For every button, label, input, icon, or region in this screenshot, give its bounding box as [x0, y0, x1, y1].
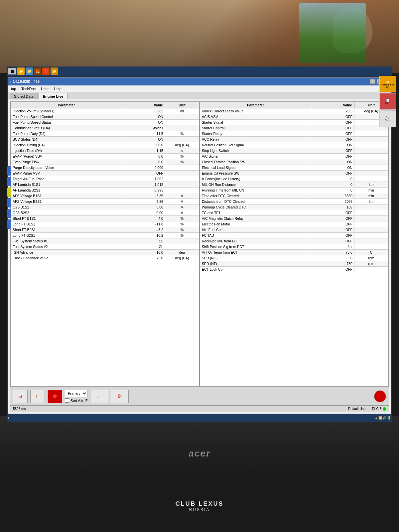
- right-unit-cell: [354, 227, 388, 233]
- toolbar-btn-3[interactable]: 🔴: [48, 390, 62, 403]
- left-value-cell: -3,2: [122, 227, 165, 233]
- left-side-buttons: [7, 166, 11, 229]
- club-lexus-text1: CLUB LEXUS: [175, 500, 223, 507]
- left-table-row: Fuel Pump/Speed Status ON: [11, 120, 199, 125]
- right-table-row: Engine Oil Pressure SW OFF: [200, 171, 388, 176]
- right-param-cell: Engine Oil Pressure SW: [200, 171, 311, 176]
- left-unit-cell: %: [165, 233, 199, 238]
- left-unit-cell: [165, 137, 199, 142]
- app-menubar: tup TechDoc User Help: [8, 85, 391, 92]
- right-value-cell: 75,0: [311, 250, 354, 255]
- right-param-cell: A/T Oil Temp from ECT: [200, 250, 311, 255]
- toolbar-btn-2[interactable]: 📋: [30, 390, 45, 403]
- left-param-cell: Knock Feedback Value: [11, 255, 122, 261]
- right-value-cell: 1st: [311, 244, 354, 250]
- right-param-cell: # Codes(Include History): [200, 176, 311, 182]
- left-param-cell: Fuel System Status #2: [11, 244, 122, 250]
- right-value-cell: ON: [311, 142, 354, 148]
- left-value-cell: 16,0: [122, 250, 165, 255]
- left-param-cell: AFS Voltage B1S1: [11, 193, 122, 199]
- taskbar-icon-5[interactable]: 📁: [51, 67, 58, 75]
- right-table-row: Distance from DTC Cleared 2026 km: [200, 199, 388, 204]
- right-table-row: ECT Lock Up OFF: [200, 267, 388, 272]
- right-icon-scan[interactable]: 🔍Scan: [379, 110, 396, 127]
- right-unit-cell: [354, 238, 388, 244]
- right-icon-folder[interactable]: 📁Новая папка (3): [379, 76, 396, 92]
- left-param-cell: EVAP (Purge) VSV: [11, 154, 122, 159]
- left-btn-1[interactable]: [7, 166, 11, 176]
- left-table-row: Fuel System Status #2 CL: [11, 244, 199, 250]
- right-value-cell: OFF: [311, 154, 354, 159]
- left-table-row: Target Air-Fuel Ratio 1,002: [11, 176, 199, 182]
- right-unit-cell: C: [354, 250, 388, 255]
- tab-stored-data[interactable]: Stored Data: [10, 93, 38, 99]
- right-unit-cell: [354, 210, 388, 216]
- right-table-row: A/C Signal OFF: [200, 154, 388, 159]
- left-value-cell: -4,0: [122, 216, 165, 221]
- left-table-row: Purge Density Learn Value 0,000: [11, 165, 199, 171]
- left-btn-3[interactable]: [7, 188, 11, 197]
- start-button[interactable]: ▦: [8, 68, 16, 74]
- left-table-row: AFS Voltage B1S1 3,35 V: [11, 193, 199, 199]
- menu-techdoc[interactable]: TechDoc: [20, 87, 37, 91]
- menu-help[interactable]: Help: [53, 87, 63, 91]
- left-btn-5[interactable]: [7, 209, 11, 218]
- left-table-row: SCV Status (D4) ON: [11, 137, 199, 142]
- left-table-row: Injection Volum (Cylinder1) 0,082 ml: [11, 108, 199, 114]
- left-value-cell: Stoich1: [122, 125, 165, 131]
- right-value-cell: 0: [311, 255, 354, 261]
- left-unit-cell: %: [165, 131, 199, 137]
- taskbar-bottom-label: t: [8, 416, 9, 420]
- left-table-row: Fuel Pump Speed Control ON: [11, 114, 199, 120]
- left-unit-cell: [165, 120, 199, 125]
- left-value-cell: 3,26: [122, 199, 165, 204]
- left-btn-2[interactable]: [7, 177, 11, 186]
- app-title: r 14.10.028) - 465: [10, 79, 40, 83]
- taskbar-icon-2[interactable]: 📁: [26, 67, 33, 75]
- left-param-cell: IGN Advance: [11, 250, 122, 255]
- right-unit-cell: [354, 216, 388, 221]
- toolbar-btn-fuel[interactable]: ⛽: [111, 390, 129, 403]
- right-value-cell: OFF: [311, 137, 354, 142]
- left-value-cell: 0,00: [122, 210, 165, 216]
- left-btn-6[interactable]: [7, 219, 11, 229]
- record-button[interactable]: [374, 390, 386, 402]
- left-param-cell: EVAP Purge VSV: [11, 171, 122, 176]
- left-btn-4[interactable]: [7, 198, 11, 207]
- left-table-row: O2S B1S2 0,00 V: [11, 204, 199, 210]
- menu-user[interactable]: User: [40, 87, 50, 91]
- right-unit-cell: [354, 204, 388, 210]
- status-bar: 5828 ms Default User DLC 3: [10, 405, 389, 412]
- taskbar-icon-3[interactable]: 🦊: [34, 67, 41, 75]
- primary-dropdown[interactable]: Primary: [65, 390, 87, 397]
- taskbar-icons: 📁 📁 🦊 🔴 📁: [17, 67, 58, 75]
- menu-setup[interactable]: tup: [10, 87, 17, 91]
- right-header-param: Parameter: [200, 102, 311, 108]
- left-data-table: Parameter Value Unit Injection Volum (Cy…: [11, 102, 200, 386]
- taskbar-icon-4[interactable]: 🔴: [42, 67, 50, 75]
- windows-taskbar-top: ▦ 📁 📁 🦊 🔴 📁: [7, 66, 392, 76]
- right-table-row: Starter Relay OFF: [200, 131, 388, 137]
- toolbar-btn-1[interactable]: 📊: [13, 390, 28, 403]
- tab-engine-live[interactable]: Engine Live: [39, 93, 68, 99]
- right-data-table: Parameter Value Unit Knock Correct Learn…: [200, 102, 388, 386]
- club-lexus-text2: RUSSIA: [175, 507, 223, 512]
- taskbar-icon-1[interactable]: 📁: [17, 67, 25, 75]
- right-unit-cell: rpm: [354, 255, 388, 261]
- right-icon-pdf[interactable]: 📄PDF: [379, 93, 396, 110]
- left-table-row: Knock Feedback Value -3,0 deg (CA): [11, 255, 199, 261]
- left-table-row: Short FT B2S1 -3,2 %: [11, 227, 199, 233]
- left-table-row: EVAP Purge VSV OFF: [11, 171, 199, 176]
- toolbar-btn-graph[interactable]: 📈: [90, 390, 108, 403]
- right-unit-cell: [354, 233, 388, 238]
- left-table-row: Injection Time (D4) 1,15 ms: [11, 148, 199, 154]
- left-param-cell: Short FT B1S1: [11, 216, 122, 221]
- right-unit-cell: rpm: [354, 261, 388, 267]
- minimize-button[interactable]: _: [370, 79, 375, 84]
- left-unit-cell: %: [165, 154, 199, 159]
- sort-label: Sort A to Z: [70, 399, 87, 403]
- left-unit-cell: [165, 244, 199, 250]
- status-ms: 5828 ms: [13, 407, 26, 411]
- sort-checkbox[interactable]: [65, 398, 69, 403]
- left-value-cell: 3,35: [122, 193, 165, 199]
